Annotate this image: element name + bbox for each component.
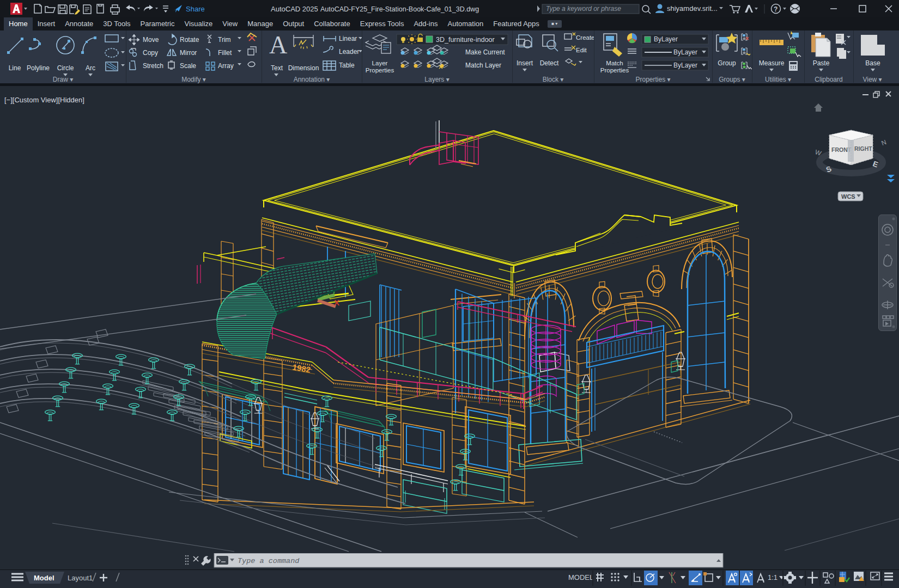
svg-text:Type a keyword or phrase: Type a keyword or phrase bbox=[546, 5, 621, 13]
svg-text:Measure: Measure bbox=[759, 59, 785, 67]
svg-text:MODEL: MODEL bbox=[568, 573, 593, 581]
svg-text:Fillet: Fillet bbox=[218, 49, 232, 57]
svg-text:3D_furniture-indoor: 3D_furniture-indoor bbox=[436, 36, 495, 44]
svg-text:AutoCAD 2025: AutoCAD 2025 bbox=[271, 5, 318, 13]
svg-text:Layout1: Layout1 bbox=[68, 574, 93, 582]
svg-text:Detect: Detect bbox=[540, 59, 559, 67]
svg-text:Move: Move bbox=[143, 36, 159, 44]
svg-text:Properties: Properties bbox=[600, 67, 629, 74]
svg-text:?: ? bbox=[774, 5, 777, 13]
svg-text:1982: 1982 bbox=[291, 362, 311, 375]
svg-text:Stretch: Stretch bbox=[143, 62, 163, 70]
svg-text:Scale: Scale bbox=[180, 62, 196, 70]
svg-text:Text: Text bbox=[271, 64, 283, 72]
svg-text:Match: Match bbox=[606, 60, 623, 66]
svg-text:Leader: Leader bbox=[339, 48, 359, 56]
svg-text:Create: Create bbox=[576, 34, 594, 41]
svg-text:WCS: WCS bbox=[841, 193, 855, 200]
svg-text:Base: Base bbox=[865, 59, 880, 67]
svg-text:Mirror: Mirror bbox=[180, 49, 197, 57]
svg-text:Model: Model bbox=[34, 574, 54, 582]
svg-text:A: A bbox=[269, 31, 287, 59]
svg-text:RIGHT: RIGHT bbox=[854, 145, 872, 152]
svg-text:ByLayer: ByLayer bbox=[654, 35, 678, 43]
svg-text:Insert: Insert bbox=[517, 59, 533, 67]
svg-text:Properties: Properties bbox=[366, 67, 394, 74]
svg-text:Copy: Copy bbox=[143, 49, 158, 57]
svg-text:Polyline: Polyline bbox=[27, 64, 50, 72]
svg-text:Dimension: Dimension bbox=[288, 64, 319, 72]
svg-text:Rotate: Rotate bbox=[180, 36, 199, 44]
svg-text:ByLayer: ByLayer bbox=[673, 48, 697, 56]
svg-text:Table: Table bbox=[339, 62, 355, 69]
svg-text:N: N bbox=[880, 138, 888, 147]
svg-text:shiyamdev.srit...: shiyamdev.srit... bbox=[667, 4, 718, 13]
svg-text:Line: Line bbox=[9, 64, 21, 72]
svg-text:Type a command: Type a command bbox=[238, 557, 300, 565]
svg-text:Arc: Arc bbox=[86, 64, 95, 72]
svg-text:Trim: Trim bbox=[218, 36, 231, 44]
svg-text:AutoCAD-FY25_Fire-Station-Book: AutoCAD-FY25_Fire-Station-Book-Cafe_01_3… bbox=[320, 5, 479, 13]
svg-text:Paste: Paste bbox=[813, 59, 830, 67]
svg-text:ByLayer: ByLayer bbox=[673, 62, 697, 69]
svg-text:Circle: Circle bbox=[57, 64, 74, 72]
svg-text:Match Layer: Match Layer bbox=[465, 62, 501, 69]
svg-text:X: X bbox=[334, 298, 339, 307]
svg-text:Array: Array bbox=[218, 62, 234, 70]
svg-text:Layer: Layer bbox=[372, 60, 388, 66]
svg-text:Edit: Edit bbox=[576, 47, 587, 53]
svg-text:Linear: Linear bbox=[339, 35, 357, 42]
svg-text:Share: Share bbox=[186, 5, 205, 13]
svg-text:Group: Group bbox=[718, 59, 736, 67]
svg-text:1:1: 1:1 bbox=[768, 573, 777, 581]
svg-text:Make Current: Make Current bbox=[465, 48, 505, 56]
